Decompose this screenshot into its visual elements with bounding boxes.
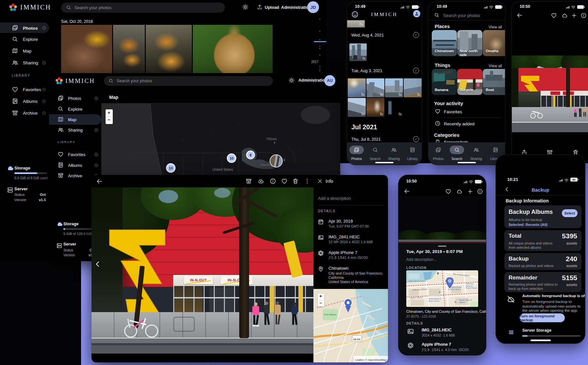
info-icon[interactable]	[270, 178, 276, 184]
theme-toggle-sun-icon[interactable]	[289, 77, 294, 83]
thing-card-banana[interactable]: Banana	[432, 69, 457, 95]
timeline-scrubber[interactable]: 2017	[310, 15, 326, 77]
search-icon[interactable]	[454, 147, 460, 153]
home-indicator[interactable]	[458, 162, 476, 163]
zoom-in-button[interactable]: +	[319, 294, 322, 299]
sidebar-item-archive[interactable]: Archive	[68, 173, 82, 178]
home-indicator[interactable]	[530, 340, 551, 341]
nav-item-photos[interactable]: Photos	[351, 157, 362, 161]
sidebar-item-albums[interactable]: Albums	[23, 99, 38, 104]
activity-item-recently-added[interactable]: Recently added	[444, 121, 475, 126]
things-view-all-link[interactable]: View all	[489, 64, 502, 68]
map-cluster-marker[interactable]: 10	[166, 163, 176, 173]
sharing-icon[interactable]	[391, 147, 397, 153]
info-icon[interactable]	[580, 12, 587, 19]
select-group-check-icon[interactable]: ✓	[413, 32, 419, 38]
place-card-near-north-side[interactable]: Near north side	[457, 30, 482, 56]
zoom-in-button[interactable]: +	[108, 110, 110, 115]
more-kebab-icon[interactable]	[304, 178, 311, 184]
nav-item-sharing[interactable]: Sharing	[470, 157, 482, 161]
back-arrow-icon[interactable]	[96, 178, 103, 185]
select-group-check-icon[interactable]: ✓	[413, 136, 419, 142]
search-bar[interactable]: Search your photos	[61, 3, 225, 13]
photo-thumbnail[interactable]	[349, 43, 367, 61]
minimap-zoom-control[interactable]: + −	[318, 294, 324, 307]
search-icon[interactable]	[372, 147, 378, 153]
favorite-heart-icon[interactable]	[445, 188, 451, 195]
nav-item-photos[interactable]: Photos	[433, 157, 444, 161]
previous-photo-chevron-icon[interactable]	[93, 260, 102, 268]
sheet-drag-handle[interactable]	[438, 246, 446, 247]
photos-icon[interactable]	[354, 147, 360, 153]
sidebar-item-map[interactable]: Map	[23, 49, 31, 54]
add-description-field[interactable]: Add description...	[406, 257, 437, 262]
photo-thumbnail[interactable]	[348, 98, 366, 117]
archive-icon[interactable]	[245, 178, 252, 184]
viewer-photo[interactable]: IN-N-OUT IN-N-OUT	[92, 187, 313, 354]
add-to-album-icon[interactable]	[571, 12, 577, 19]
home-indicator[interactable]	[375, 162, 394, 163]
photo-thumbnail[interactable]	[366, 78, 384, 97]
photo-thumbnail[interactable]	[385, 98, 403, 117]
photo-mushroom-1[interactable]	[61, 25, 112, 74]
search-input[interactable]: Search your photos	[443, 13, 480, 18]
activity-item-favorites[interactable]: Favorites	[444, 109, 462, 114]
back-arrow-icon[interactable]	[516, 12, 523, 19]
location-map[interactable]: PPP ✝ Hyde Street Harbor The Embarcadero…	[406, 270, 478, 307]
sidebar-item-sharing[interactable]: Sharing	[23, 60, 38, 65]
thing-card-boat[interactable]: Boat	[483, 69, 505, 95]
zoom-out-button[interactable]: −	[319, 300, 322, 306]
viewer-photo-partial[interactable]	[398, 196, 486, 244]
sidebar-item-explore[interactable]: Explore	[23, 37, 38, 42]
scrubber-handle[interactable]	[314, 41, 326, 42]
avatar[interactable]: AU	[324, 75, 335, 86]
place-card-omaha[interactable]: Omaha	[483, 30, 505, 56]
photo-mushroom-3[interactable]	[146, 25, 192, 74]
nav-item-search[interactable]: Search	[451, 157, 462, 161]
partial-photo[interactable]	[347, 20, 365, 27]
photo-mushroom-2[interactable]	[113, 25, 145, 74]
photo-thumbnail[interactable]	[366, 98, 384, 117]
search-bar[interactable]: Search your photos	[104, 76, 273, 86]
photos-icon[interactable]	[435, 147, 441, 153]
sidebar-item-favorites[interactable]: Favorites	[68, 152, 85, 157]
sidebar-item-favorites[interactable]: Favorites	[23, 87, 41, 92]
viewer-photo[interactable]	[512, 56, 588, 132]
select-group-check-icon[interactable]: ✓	[413, 68, 419, 73]
photo-thumbnail[interactable]	[348, 78, 366, 97]
favorite-heart-icon[interactable]	[551, 12, 557, 19]
sidebar-item-sharing[interactable]: Sharing	[68, 128, 83, 133]
library-icon[interactable]	[493, 147, 498, 153]
info-minimap[interactable]: Fort Mason US 101 + − Leaflet | © OpenSt…	[313, 289, 388, 362]
place-card-chinatown[interactable]: Chinatown	[432, 30, 457, 56]
administration-button[interactable]: Administration	[298, 78, 327, 83]
avatar[interactable]: JD	[307, 1, 319, 13]
places-view-all-link[interactable]: View all	[489, 25, 502, 29]
map-cluster-marker[interactable]: 10	[227, 153, 236, 163]
thing-card-bicycle[interactable]: Bicycle	[457, 69, 482, 95]
sidebar-label-photos[interactable]: Photos	[23, 26, 38, 31]
zoom-out-button[interactable]: −	[108, 117, 110, 122]
upload-button[interactable]: Upload	[265, 5, 279, 10]
close-icon[interactable]	[317, 178, 323, 184]
sidebar-item-albums[interactable]: Albums	[68, 163, 82, 168]
administration-button[interactable]: Administration	[281, 5, 311, 10]
favorite-heart-icon[interactable]	[281, 178, 288, 184]
nav-item-search[interactable]: Search	[370, 157, 380, 161]
theme-toggle-sun-icon[interactable]	[242, 4, 248, 10]
sidebar-item-explore[interactable]: Explore	[68, 107, 82, 112]
sharing-icon[interactable]	[473, 147, 479, 153]
select-button[interactable]: Select	[562, 209, 578, 217]
map-cluster-marker[interactable]: 8	[246, 151, 255, 159]
nav-item-library[interactable]: Library	[407, 157, 418, 161]
nav-item-sharing[interactable]: Sharing	[388, 157, 400, 161]
delete-trash-icon[interactable]	[292, 178, 299, 184]
sidebar-item-photos[interactable]: Photos	[68, 96, 81, 101]
add-description-field[interactable]: Add a description	[318, 196, 351, 201]
map-photo-marker[interactable]	[270, 154, 283, 167]
map-zoom-control[interactable]: + −	[106, 109, 113, 124]
profile-avatar[interactable]	[413, 10, 420, 17]
info-icon[interactable]	[477, 188, 483, 195]
photo-mushroom-basket[interactable]	[193, 25, 273, 74]
download-cloud-icon[interactable]	[258, 178, 264, 184]
